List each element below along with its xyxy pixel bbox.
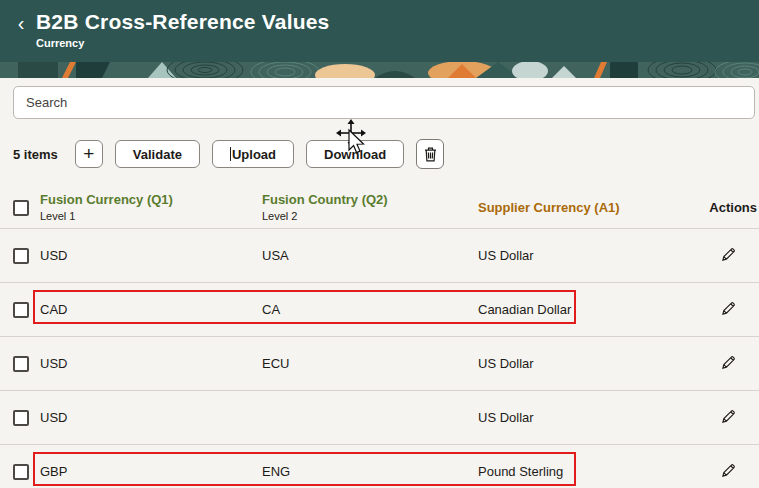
fusion-country-cell: ENG: [262, 464, 478, 479]
table-row: CAD CA Canadian Dollar: [0, 283, 759, 337]
column-header-supplier-currency[interactable]: Supplier Currency (A1): [478, 200, 685, 215]
table-row: GBP ENG Pound Sterling: [0, 445, 759, 488]
page-subtitle: Currency: [36, 37, 330, 49]
banner-illustration: [0, 62, 759, 78]
upload-button[interactable]: Upload: [212, 140, 294, 168]
edit-button[interactable]: [718, 460, 739, 484]
page-header: ‹ B2B Cross-Reference Values Currency: [0, 0, 759, 62]
edit-button[interactable]: [718, 298, 739, 322]
fusion-currency-cell: USD: [40, 248, 262, 263]
column-header-fusion-country[interactable]: Fusion Country (Q2) Level 2: [262, 192, 478, 224]
select-all-checkbox[interactable]: [13, 200, 29, 216]
items-count: 5 items: [13, 147, 58, 162]
row-checkbox[interactable]: [13, 356, 29, 372]
pencil-icon: [720, 462, 737, 479]
table-row: USD USA US Dollar: [0, 229, 759, 283]
table-row: USD US Dollar: [0, 391, 759, 445]
pencil-icon: [720, 354, 737, 371]
search-box: [13, 86, 755, 119]
page-title: B2B Cross-Reference Values: [36, 10, 330, 34]
supplier-currency-cell: US Dollar: [478, 356, 685, 371]
row-checkbox[interactable]: [13, 302, 29, 318]
fusion-country-cell: USA: [262, 248, 478, 263]
decorative-banner: [0, 62, 759, 78]
table-body: USD USA US Dollar CAD CA Canadian Dollar: [0, 229, 759, 488]
supplier-currency-cell: Pound Sterling: [478, 464, 685, 479]
fusion-currency-cell: USD: [40, 410, 262, 425]
column-header-fusion-currency[interactable]: Fusion Currency (Q1) Level 1: [40, 192, 262, 224]
back-icon[interactable]: ‹: [12, 13, 30, 33]
pencil-icon: [720, 408, 737, 425]
column-header-actions: Actions: [685, 200, 759, 215]
row-checkbox[interactable]: [13, 464, 29, 480]
table-header-row: Fusion Currency (Q1) Level 1 Fusion Coun…: [0, 187, 759, 229]
trash-icon: [423, 146, 438, 162]
fusion-currency-cell: CAD: [40, 302, 262, 317]
edit-button[interactable]: [718, 244, 739, 268]
fusion-country-cell: CA: [262, 302, 478, 317]
supplier-currency-cell: Canadian Dollar: [478, 302, 685, 317]
toolbar: 5 items + Validate Upload Download: [13, 139, 759, 169]
fusion-country-cell: ECU: [262, 356, 478, 371]
edit-button[interactable]: [718, 352, 739, 376]
fusion-currency-cell: GBP: [40, 464, 262, 479]
pencil-icon: [720, 300, 737, 317]
supplier-currency-cell: US Dollar: [478, 248, 685, 263]
fusion-currency-cell: USD: [40, 356, 262, 371]
validate-button[interactable]: Validate: [115, 140, 200, 168]
add-button[interactable]: +: [75, 140, 103, 168]
edit-button[interactable]: [718, 406, 739, 430]
table-row: USD ECU US Dollar: [0, 337, 759, 391]
delete-button[interactable]: [416, 139, 444, 169]
text-caret: [230, 147, 231, 161]
supplier-currency-cell: US Dollar: [478, 410, 685, 425]
row-checkbox[interactable]: [13, 248, 29, 264]
pencil-icon: [720, 246, 737, 263]
column-sublabel: Level 1: [40, 209, 262, 224]
cross-reference-table: Fusion Currency (Q1) Level 1 Fusion Coun…: [0, 187, 759, 488]
row-checkbox[interactable]: [13, 410, 29, 426]
column-sublabel: Level 2: [262, 209, 478, 224]
search-input[interactable]: [13, 86, 755, 119]
download-button[interactable]: Download: [306, 140, 404, 168]
